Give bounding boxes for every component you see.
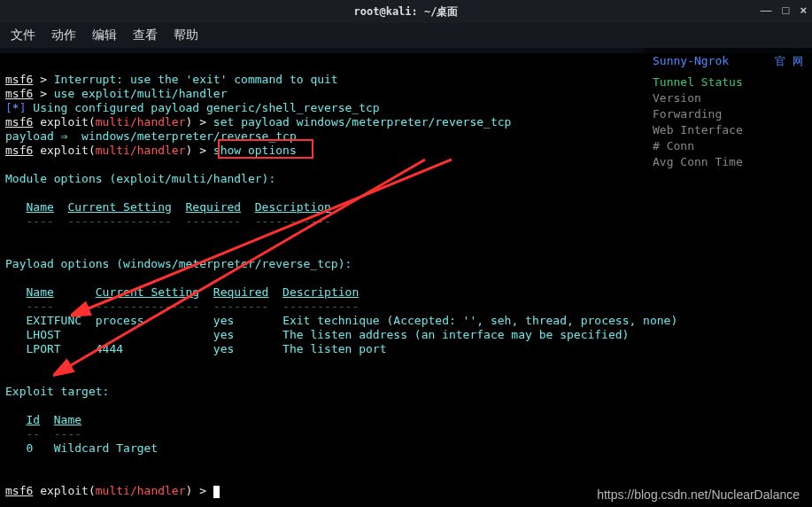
- menu-help[interactable]: 帮助: [174, 27, 198, 43]
- ngrok-title-row: Sunny-Ngrok 官 网: [653, 53, 803, 69]
- terminal-window: root@kali: ~/桌面 — □ × 文件 动作 编辑 查看 帮助 msf…: [0, 0, 812, 507]
- ngrok-side-panel: Sunny-Ngrok 官 网 Tunnel Status Version Fo…: [644, 48, 812, 176]
- window-title: root@kali: ~/桌面: [0, 4, 812, 20]
- menu-file[interactable]: 文件: [11, 27, 35, 43]
- ngrok-title: Sunny-Ngrok: [653, 53, 729, 69]
- close-button[interactable]: ×: [800, 4, 807, 17]
- ngrok-row: Version: [653, 90, 803, 106]
- titlebar[interactable]: root@kali: ~/桌面 — □ ×: [0, 0, 812, 23]
- prompt-msf: msf6: [5, 73, 33, 86]
- menu-edit[interactable]: 编辑: [92, 27, 117, 43]
- prompt-msf: msf6: [5, 87, 33, 100]
- cursor: [213, 486, 220, 498]
- window-controls: — □ ×: [761, 4, 807, 17]
- prompt-msf: msf6: [5, 484, 33, 497]
- prompt-msf: msf6: [5, 115, 33, 129]
- ngrok-row: Web Interface: [653, 122, 803, 138]
- ngrok-row: Tunnel Status: [653, 74, 803, 90]
- cjk-icon: 网: [793, 53, 803, 69]
- watermark: https://blog.csdn.net/NuclearDalance: [597, 488, 800, 502]
- menubar: 文件 动作 编辑 查看 帮助: [0, 23, 812, 48]
- maximize-button[interactable]: □: [783, 4, 790, 17]
- cjk-icon: 官: [775, 53, 785, 69]
- ngrok-row: # Conn: [653, 138, 803, 154]
- ngrok-row: Avg Conn Time: [653, 154, 803, 170]
- minimize-button[interactable]: —: [761, 4, 772, 17]
- menu-actions[interactable]: 动作: [51, 27, 76, 43]
- prompt-msf: msf6: [5, 144, 33, 157]
- menu-view[interactable]: 查看: [133, 27, 158, 43]
- highlighted-command: show options: [213, 144, 297, 157]
- ngrok-row: Forwarding: [653, 106, 803, 122]
